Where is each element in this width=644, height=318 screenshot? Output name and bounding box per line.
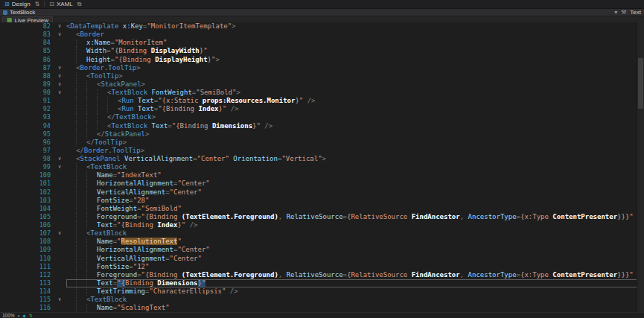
code-line[interactable]: 85Width="{Binding DisplayWidth}" [0, 47, 637, 55]
code-line[interactable]: 104FontWeight="SemiBold" [0, 205, 637, 213]
code-line[interactable]: 99∨<TextBlock [0, 163, 637, 171]
fold-chevron-icon[interactable]: ∨ [53, 89, 66, 97]
code-line[interactable]: 83∨<Border [0, 31, 637, 39]
horizontal-scrollbar[interactable] [36, 313, 644, 318]
code-line[interactable]: 89∨<StackPanel> [0, 80, 637, 89]
code-line[interactable]: 110VerticalAlignment="Center" [0, 255, 637, 263]
line-number[interactable]: 106 [0, 221, 53, 229]
code-line[interactable]: 94<TextBlock Text="{Binding Dimensions}"… [0, 122, 637, 130]
code-line[interactable]: 98∨<StackPanel VerticalAlignment="Center… [0, 155, 637, 163]
code-line[interactable]: 90∨<TextBlock FontWeight="SemiBold"> [0, 89, 637, 97]
code-text: <TextBlock Text="{Binding Dimensions}" /… [107, 122, 272, 130]
fold-chevron-icon[interactable]: ∨ [53, 229, 66, 238]
line-number[interactable]: 93 [0, 113, 53, 121]
code-line[interactable]: 115∨<TextBlock [0, 296, 637, 304]
line-number[interactable]: 85 [0, 47, 53, 55]
fold-chevron-icon[interactable]: ∨ [53, 296, 66, 304]
code-line[interactable]: 100Name="IndexText" [0, 171, 637, 179]
line-number[interactable]: 107 [0, 229, 53, 238]
line-number[interactable]: 108 [0, 238, 53, 246]
code-line[interactable]: 107∨<TextBlock [0, 229, 637, 238]
code-line[interactable]: 96</ToolTip> [0, 139, 637, 147]
health-indicator-icon[interactable]: ◆ [22, 313, 26, 318]
line-number[interactable]: 103 [0, 197, 53, 205]
line-number[interactable]: 94 [0, 122, 53, 130]
code-line[interactable]: 102VerticalAlignment="Center" [0, 188, 637, 197]
code-text: Width="{Binding DisplayWidth}" [86, 47, 208, 55]
line-number[interactable]: 100 [0, 171, 53, 179]
breadcrumb[interactable]: TextBlock [3, 9, 35, 16]
line-number[interactable]: 113 [0, 279, 53, 287]
chevron-down-icon[interactable]: ▾ [614, 10, 617, 16]
line-number[interactable]: 82 [0, 22, 53, 31]
code-line[interactable]: 88∨<ToolTip> [0, 72, 637, 80]
fold-chevron-icon[interactable]: ∨ [53, 22, 66, 31]
popout-icon[interactable]: ⧉ [77, 1, 82, 7]
design-tab-label: Design [12, 1, 31, 7]
code-line-current[interactable]: 113Text="{Binding Dimensions}" [0, 279, 637, 287]
vertical-scrollbar[interactable] [637, 22, 644, 313]
code-line[interactable]: 105Foreground="{Binding (TextElement.For… [0, 213, 637, 221]
code-line[interactable]: 101HorizontalAlignment="Center" [0, 179, 637, 188]
code-line[interactable]: 112Foreground="{Binding (TextElement.For… [0, 271, 637, 279]
line-number[interactable]: 101 [0, 179, 53, 188]
code-line[interactable]: 92<Run Text="{Binding Index}" /> [0, 105, 637, 113]
line-number[interactable]: 88 [0, 72, 53, 80]
line-number[interactable]: 111 [0, 263, 53, 271]
code-line[interactable]: 87∨<Border.ToolTip> [0, 64, 637, 72]
line-number[interactable]: 116 [0, 304, 53, 312]
design-tab[interactable]: ⊞ Design [4, 1, 31, 7]
line-number[interactable]: 96 [0, 139, 53, 147]
code-line[interactable]: 91<Run Text="{x:Static props:Resources.M… [0, 97, 637, 105]
fold-chevron-icon[interactable]: ∨ [53, 163, 66, 171]
code-line[interactable]: 84x:Name="MonitorItem" [0, 39, 637, 47]
line-number[interactable]: 92 [0, 105, 53, 113]
zoom-chevron-icon[interactable]: ▾ [18, 314, 20, 318]
code-line[interactable]: 114TextTrimming="CharacterEllipsis" /> [0, 287, 637, 296]
code-line[interactable]: 111FontSize="12" [0, 263, 637, 271]
code-line[interactable]: 103FontSize="28" [0, 197, 637, 205]
line-number[interactable]: 102 [0, 188, 53, 197]
line-number[interactable]: 91 [0, 97, 53, 105]
scroll-arrows-icon[interactable]: ⇅ [29, 313, 33, 318]
line-number[interactable]: 84 [0, 39, 53, 47]
line-number[interactable]: 105 [0, 213, 53, 221]
line-number[interactable]: 112 [0, 271, 53, 279]
code-text: <TextBlock [86, 296, 127, 304]
swap-panes-icon[interactable]: ⇅ [35, 1, 40, 7]
line-number[interactable]: 114 [0, 287, 53, 296]
line-number[interactable]: 83 [0, 31, 53, 39]
line-number[interactable]: 109 [0, 246, 53, 254]
fold-chevron-icon[interactable]: ∨ [53, 72, 66, 80]
fold-chevron-icon[interactable]: ∨ [53, 155, 66, 163]
xaml-tab[interactable]: ⊡ XAML [49, 1, 73, 7]
code-line[interactable]: 116Name="ScalingText" [0, 304, 637, 312]
code-line[interactable]: 86Height="{Binding DisplayHeight}"> [0, 56, 637, 64]
property-search-label[interactable]: Text [630, 9, 641, 16]
fold-chevron-icon[interactable]: ∨ [53, 31, 66, 39]
code-line[interactable]: 93</TextBlock> [0, 113, 637, 121]
code-line[interactable]: 108Name="ResolutionText" [0, 238, 637, 246]
code-line[interactable]: 106Text="{Binding Index}" /> [0, 221, 637, 229]
line-number[interactable]: 87 [0, 64, 53, 72]
line-number[interactable]: 110 [0, 255, 53, 263]
line-number[interactable]: 99 [0, 163, 53, 171]
code-line[interactable]: 95</StackPanel> [0, 130, 637, 139]
line-number[interactable]: 115 [0, 296, 53, 304]
code-line[interactable]: 109HorizontalAlignment="Center" [0, 246, 637, 254]
fold-chevron-icon[interactable]: ∨ [53, 64, 66, 72]
fold-chevron-icon[interactable]: ∨ [53, 80, 66, 89]
vertical-scrollbar-thumb[interactable] [638, 58, 643, 109]
code-line[interactable]: 97</Border.ToolTip> [0, 147, 637, 155]
line-number[interactable]: 90 [0, 89, 53, 97]
zoom-level[interactable]: 100% [2, 313, 15, 318]
code-area[interactable]: 82∨<DataTemplate x:Key="MonitorItemTempl… [0, 22, 637, 313]
line-number[interactable]: 98 [0, 155, 53, 163]
line-number[interactable]: 86 [0, 56, 53, 64]
line-number[interactable]: 97 [0, 147, 53, 155]
editor-bottom-bar: 100% ▾ ◆ ⇅ [0, 312, 644, 318]
line-number[interactable]: 89 [0, 80, 53, 89]
line-number[interactable]: 95 [0, 130, 53, 139]
code-line[interactable]: 82∨<DataTemplate x:Key="MonitorItemTempl… [0, 22, 637, 31]
line-number[interactable]: 104 [0, 205, 53, 213]
